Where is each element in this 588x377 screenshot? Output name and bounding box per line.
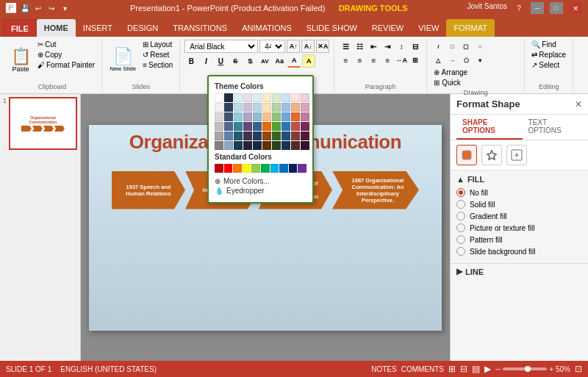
theme-color-swatch[interactable]: [224, 141, 233, 150]
slide-thumbnail[interactable]: OrganizationalCommunication: [9, 97, 77, 150]
font-color-button[interactable]: A: [287, 54, 301, 68]
tab-shape-options[interactable]: SHAPE OPTIONS: [456, 115, 523, 140]
theme-color-swatch[interactable]: [301, 103, 309, 112]
theme-color-swatch[interactable]: [224, 132, 233, 140]
fill-header[interactable]: ▲ FILL: [456, 175, 582, 184]
format-painter-button[interactable]: 🖌 Format Painter: [35, 60, 97, 70]
clear-format-btn[interactable]: ✕A: [316, 40, 329, 53]
theme-color-swatch[interactable]: [243, 141, 252, 150]
fill-option-gradient[interactable]: Gradient fill: [456, 212, 582, 220]
std-color-darkred[interactable]: [215, 164, 223, 173]
tab-format[interactable]: FORMAT: [446, 19, 495, 37]
shape-pentagon[interactable]: ⬠: [459, 54, 473, 67]
theme-color-swatch[interactable]: [272, 122, 281, 131]
theme-color-swatch[interactable]: [215, 132, 223, 140]
tab-transitions[interactable]: TRANSITIONS: [165, 19, 234, 37]
font-name-select[interactable]: Arial Black: [184, 40, 258, 53]
std-color-purple[interactable]: [298, 164, 306, 173]
tab-view[interactable]: VIEW: [411, 19, 446, 37]
cut-button[interactable]: ✂ Cut: [35, 40, 97, 49]
eyedropper-link[interactable]: 💧 Eyedropper: [215, 187, 306, 195]
slide-sorter-icon[interactable]: ⊟: [460, 364, 467, 374]
theme-color-swatch[interactable]: [215, 93, 223, 102]
fill-option-no-fill[interactable]: No fill: [456, 188, 582, 197]
theme-color-swatch[interactable]: [272, 141, 281, 150]
fit-window-icon[interactable]: ⊡: [575, 364, 582, 374]
theme-color-swatch[interactable]: [253, 112, 262, 121]
save-icon[interactable]: 💾: [19, 2, 31, 14]
theme-color-swatch[interactable]: [234, 122, 243, 131]
theme-color-swatch[interactable]: [234, 141, 243, 150]
tab-slide-show[interactable]: SLIDE SHOW: [299, 19, 365, 37]
size-properties-icon-btn[interactable]: [506, 145, 527, 165]
theme-color-swatch[interactable]: [224, 93, 233, 102]
shape-rect[interactable]: □: [445, 40, 459, 53]
underline-button[interactable]: U: [214, 54, 227, 68]
theme-color-swatch[interactable]: [234, 93, 243, 102]
theme-color-swatch[interactable]: [243, 93, 252, 102]
theme-color-swatch[interactable]: [262, 122, 271, 131]
std-color-teal[interactable]: [270, 164, 279, 173]
theme-color-swatch[interactable]: [253, 103, 262, 112]
std-color-lime[interactable]: [251, 164, 260, 173]
theme-color-swatch[interactable]: [253, 141, 262, 150]
tab-animations[interactable]: ANIMATIONS: [234, 19, 299, 37]
comments-button[interactable]: COMMENTS: [401, 365, 444, 373]
theme-color-swatch[interactable]: [224, 112, 233, 121]
shape-more[interactable]: ▾: [473, 54, 487, 67]
copy-button[interactable]: ⊕ Copy: [35, 50, 97, 60]
shape-triangle[interactable]: △: [431, 54, 445, 67]
theme-color-swatch[interactable]: [234, 103, 243, 112]
undo-icon[interactable]: ↩: [32, 2, 44, 14]
decrease-indent-button[interactable]: ⇤: [367, 40, 380, 53]
theme-color-swatch[interactable]: [282, 132, 290, 140]
theme-color-swatch[interactable]: [282, 103, 290, 112]
tab-file[interactable]: FILE: [3, 19, 37, 37]
minimize-btn[interactable]: ─: [531, 2, 544, 14]
smart-art-button[interactable]: ⊞: [409, 54, 422, 67]
highlight-color-button[interactable]: A: [302, 54, 315, 68]
theme-color-swatch[interactable]: [243, 103, 252, 112]
increase-indent-button[interactable]: ⇥: [381, 40, 394, 53]
reset-button[interactable]: ↺ Reset: [140, 50, 175, 60]
theme-color-swatch[interactable]: [243, 122, 252, 131]
theme-color-swatch[interactable]: [301, 132, 309, 140]
std-color-blue[interactable]: [279, 164, 288, 173]
theme-color-swatch[interactable]: [215, 103, 223, 112]
effects-icon-btn[interactable]: [481, 145, 502, 165]
theme-color-swatch[interactable]: [234, 112, 243, 121]
std-color-red[interactable]: [224, 164, 233, 173]
replace-button[interactable]: ⇄ Replace: [529, 50, 568, 60]
theme-color-swatch[interactable]: [291, 112, 300, 121]
decrease-font-size-btn[interactable]: A↓: [301, 40, 315, 53]
justify-button[interactable]: ≡: [381, 54, 394, 67]
theme-color-swatch[interactable]: [234, 132, 243, 140]
customize-icon[interactable]: ▾: [59, 2, 71, 14]
theme-color-swatch[interactable]: [272, 103, 281, 112]
theme-color-swatch[interactable]: [291, 132, 300, 140]
reading-view-icon[interactable]: ▤: [472, 364, 480, 374]
zoom-control[interactable]: ─ + 50%: [495, 365, 570, 373]
theme-color-swatch[interactable]: [215, 141, 223, 150]
theme-color-swatch[interactable]: [282, 93, 290, 102]
increase-font-size-btn[interactable]: A↑: [287, 40, 300, 53]
std-color-yellow[interactable]: [243, 164, 251, 173]
std-color-darkblue[interactable]: [289, 164, 298, 173]
char-spacing-button[interactable]: AV: [258, 54, 271, 68]
tab-design[interactable]: DESIGN: [120, 19, 165, 37]
font-size-select[interactable]: 44: [259, 40, 285, 53]
theme-color-swatch[interactable]: [291, 122, 300, 131]
theme-color-swatch[interactable]: [282, 112, 290, 121]
tab-home[interactable]: HOME: [37, 19, 76, 37]
theme-color-swatch[interactable]: [262, 112, 271, 121]
align-left-button[interactable]: ≡: [339, 54, 352, 67]
fill-option-picture[interactable]: Picture or texture fill: [456, 223, 582, 232]
line-header[interactable]: ▶ LINE: [456, 267, 582, 276]
close-btn[interactable]: ✕: [569, 2, 582, 14]
shape-rounded-rect[interactable]: ▢: [459, 40, 473, 53]
theme-color-swatch[interactable]: [243, 132, 252, 140]
slideshow-icon[interactable]: ▶: [484, 364, 491, 374]
theme-color-swatch[interactable]: [224, 122, 233, 131]
tab-review[interactable]: REVIEW: [365, 19, 411, 37]
numbering-button[interactable]: ☷: [353, 40, 366, 53]
